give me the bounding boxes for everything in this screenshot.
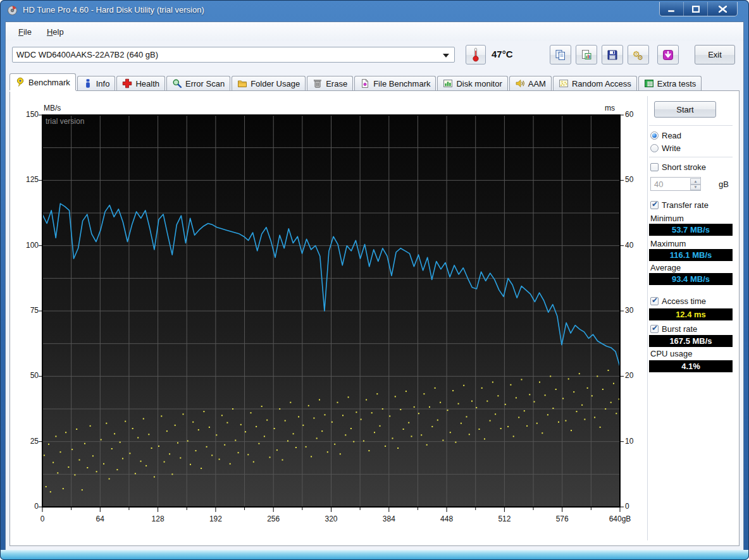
transfer-rate-checkbox[interactable]: Transfer rate — [650, 200, 709, 210]
maximum-value: 116.1 MB/s — [649, 249, 733, 261]
write-radio[interactable]: Write — [650, 143, 681, 153]
short-stroke-label: Short stroke — [662, 162, 706, 172]
exit-button[interactable]: Exit — [695, 45, 735, 64]
trial-watermark: trial version — [46, 117, 84, 126]
read-radio-circle[interactable] — [650, 131, 659, 140]
average-value: 93.4 MB/s — [649, 273, 733, 285]
save-icon — [606, 49, 619, 61]
x-axis-tick-label: 128 — [140, 514, 176, 523]
close-icon — [719, 6, 727, 13]
minimum-value: 53.7 MB/s — [649, 224, 733, 236]
x-axis-tick-label: 320 — [314, 514, 349, 523]
spinner-up-icon[interactable]: ▲ — [690, 178, 701, 185]
chart-svg: trial version — [42, 115, 620, 507]
read-label: Read — [662, 131, 681, 140]
options-icon: ⚙⚙ — [632, 49, 645, 61]
aam-icon — [515, 78, 525, 88]
x-axis-tick-label: 0 — [25, 514, 60, 523]
app-window: HD Tune Pro 4.60 - Hard Disk Utility (tr… — [0, 0, 749, 560]
chevron-down-icon — [443, 54, 449, 58]
capacity-unit: gB — [719, 179, 729, 189]
tab-random-access[interactable]: Random Access — [553, 76, 637, 90]
toolbar-buttons: ⚙⚙ — [550, 45, 679, 64]
read-radio[interactable]: Read — [650, 130, 681, 140]
access-time-box[interactable] — [650, 297, 659, 305]
title-bar[interactable]: HD Tune Pro 4.60 - Hard Disk Utility (tr… — [0, 0, 749, 21]
copy-image-button[interactable] — [576, 45, 597, 64]
start-button[interactable]: Start — [654, 101, 716, 118]
temperature-button[interactable] — [466, 45, 486, 64]
save-button[interactable] — [602, 45, 623, 64]
access-time-label: Access time — [662, 296, 706, 306]
right-axis-tick-label: 60 — [625, 110, 650, 119]
close-button[interactable] — [708, 2, 737, 16]
maximize-button[interactable] — [684, 2, 708, 16]
window-body: FileHelp WDC WD6400AAKS-22A7B2 (640 gB) … — [5, 21, 744, 550]
download-button[interactable] — [657, 45, 679, 64]
tab-extra-tests[interactable]: Extra tests — [638, 76, 702, 90]
window-bottom-border — [1, 550, 748, 559]
minimize-button[interactable] — [660, 2, 684, 16]
burst-rate-label: Burst rate — [662, 324, 697, 334]
capacity-spinner[interactable]: 40 ▲ ▼ — [650, 177, 701, 191]
tab-label: Folder Usage — [251, 79, 300, 88]
x-axis-tick-label: 384 — [371, 514, 407, 523]
file-benchmark-icon — [360, 78, 370, 88]
access-time-checkbox[interactable]: Access time — [650, 296, 706, 306]
write-radio-circle[interactable] — [650, 144, 659, 152]
tab-strip: BenchmarkInfoHealthError ScanFolder Usag… — [6, 70, 743, 90]
tab-file-benchmark[interactable]: File Benchmark — [354, 76, 436, 90]
cpu-usage-label: CPU usage — [650, 349, 692, 358]
random-access-icon — [559, 78, 569, 88]
tab-info[interactable]: Info — [77, 76, 116, 90]
benchmark-chart: trial version — [42, 115, 620, 507]
right-axis-tick-label: 40 — [625, 241, 650, 250]
tab-error-scan[interactable]: Error Scan — [166, 76, 230, 90]
options-button[interactable]: ⚙⚙ — [628, 45, 649, 64]
thermometer-icon — [470, 46, 481, 63]
tab-label: Health — [135, 79, 159, 88]
right-axis-tick-label: 10 — [625, 437, 650, 446]
disk-monitor-icon — [443, 78, 453, 88]
copy-image-icon — [580, 49, 593, 61]
extra-tests-icon — [644, 78, 654, 88]
burst-rate-box[interactable] — [650, 325, 659, 333]
y-axis-tick-label: 25 — [13, 437, 39, 446]
benchmark-controls: Start Read Write Short stroke 40 — [648, 91, 738, 545]
tab-aam[interactable]: AAM — [509, 76, 552, 90]
tab-label: Random Access — [572, 79, 631, 88]
minimize-icon — [668, 6, 675, 12]
short-stroke-box[interactable] — [650, 163, 659, 171]
burst-rate-checkbox[interactable]: Burst rate — [650, 324, 697, 334]
tab-benchmark[interactable]: Benchmark — [9, 73, 76, 90]
svg-text:⚙: ⚙ — [637, 54, 643, 61]
tab-disk-monitor[interactable]: Disk monitor — [437, 76, 507, 90]
x-axis-tick-label: 448 — [429, 514, 464, 523]
tab-folder-usage[interactable]: Folder Usage — [232, 76, 306, 90]
menu-bar: FileHelp — [6, 22, 743, 41]
spinner-down-icon[interactable]: ▼ — [690, 185, 701, 191]
menu-item-help[interactable]: Help — [40, 25, 70, 39]
minimum-label: Minimum — [650, 214, 684, 223]
tab-erase[interactable]: Erase — [307, 76, 353, 90]
toolbar: WDC WD6400AAKS-22A7B2 (640 gB) 47°C ⚙⚙ E… — [6, 41, 743, 70]
menu-item-file[interactable]: File — [12, 25, 38, 39]
access-time-value: 12.4 ms — [649, 308, 733, 320]
download-icon — [662, 49, 674, 61]
drive-select[interactable]: WDC WD6400AAKS-22A7B2 (640 gB) — [12, 47, 455, 63]
copy-text-button[interactable] — [550, 45, 571, 64]
tab-label: Benchmark — [28, 78, 70, 87]
error-scan-icon — [172, 78, 182, 88]
transfer-rate-box[interactable] — [650, 201, 659, 209]
right-axis-tick-label: 0 — [625, 502, 650, 511]
tab-label: Error Scan — [185, 79, 225, 88]
left-axis-unit: MB/s — [44, 104, 61, 113]
y-axis-tick-label: 0 — [13, 502, 39, 511]
erase-icon — [313, 78, 323, 88]
benchmark-panel: MB/s ms trial version Start Read Write — [9, 90, 740, 546]
tab-health[interactable]: Health — [116, 76, 165, 90]
window-controls — [659, 2, 738, 16]
short-stroke-checkbox[interactable]: Short stroke — [650, 162, 706, 172]
average-label: Average — [650, 263, 681, 272]
copy-icon — [554, 49, 567, 61]
